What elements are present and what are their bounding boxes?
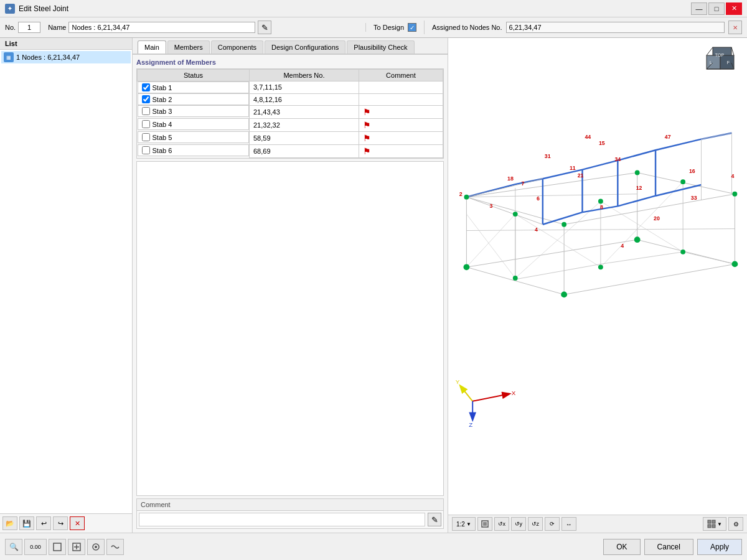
stab-label: Stab 4 <box>153 121 172 128</box>
maximize-button[interactable]: □ <box>708 2 725 15</box>
svg-line-90 <box>472 394 509 401</box>
svg-line-30 <box>466 194 637 197</box>
assigned-input[interactable] <box>506 22 725 33</box>
tab-design-configurations[interactable]: Design Configurations <box>265 40 345 54</box>
tab-main[interactable]: Main <box>138 40 166 54</box>
stab-checkbox[interactable] <box>142 146 150 154</box>
svg-line-45 <box>466 197 542 225</box>
svg-text:11: 11 <box>570 165 576 171</box>
search-button[interactable]: 🔍 <box>5 539 22 555</box>
name-input[interactable] <box>68 22 255 33</box>
assigned-clear-button[interactable]: ✕ <box>728 21 742 34</box>
svg-text:47: 47 <box>665 134 671 140</box>
stab-checkbox[interactable] <box>142 83 150 91</box>
rotate-z-button[interactable]: ↺z <box>528 517 543 531</box>
main-container: No. 1 Name ✎ To Design ✓ Assigned to Nod… <box>0 17 747 560</box>
add-mode-button[interactable] <box>68 539 85 555</box>
zoom-display[interactable]: 1:2 ▼ <box>452 517 476 531</box>
undo-button[interactable]: ↩ <box>36 516 51 530</box>
error-icon: ⚑ <box>363 133 371 143</box>
name-edit-button[interactable]: ✎ <box>258 21 271 34</box>
svg-line-4 <box>731 47 734 55</box>
cancel-button[interactable]: Cancel <box>644 539 693 555</box>
svg-text:21: 21 <box>578 172 584 179</box>
rotate-all-button[interactable]: ⟳ <box>545 517 560 531</box>
members-table: Status Members No. Comment Stab 13,7,11,… <box>137 69 443 158</box>
svg-line-36 <box>601 202 683 252</box>
svg-point-57 <box>634 236 641 243</box>
error-icon: ⚑ <box>363 146 371 156</box>
stab-checkbox[interactable] <box>142 95 150 103</box>
stab-label: Stab 3 <box>153 108 172 115</box>
title-bar-title: Edit Steel Joint <box>19 4 68 13</box>
title-bar-left: ✦ Edit Steel Joint <box>5 4 68 14</box>
pan-button[interactable]: ↔ <box>561 517 576 531</box>
open-button[interactable]: 📂 <box>2 516 17 530</box>
svg-text:6: 6 <box>537 195 540 202</box>
delete-button[interactable]: ✕ <box>70 516 85 530</box>
svg-text:44: 44 <box>585 134 591 140</box>
svg-point-55 <box>561 291 567 297</box>
right-panel: TOP L F <box>448 38 747 533</box>
bottom-tools: 🔍 0.00 <box>5 539 124 555</box>
rotate-z-icon: ↺z <box>532 521 540 527</box>
rotate-x-icon: ↺x <box>498 521 506 527</box>
comment-cell: ⚑ <box>359 118 443 131</box>
to-design-checkbox[interactable]: ✓ <box>408 23 416 32</box>
svg-point-60 <box>732 192 737 197</box>
list-item-icon: ▦ <box>4 52 14 62</box>
coordinate-button[interactable]: 0.00 <box>24 539 47 555</box>
title-bar-controls: — □ ✕ <box>691 2 742 15</box>
tab-members[interactable]: Members <box>167 40 210 54</box>
svg-point-65 <box>513 212 518 217</box>
tab-components[interactable]: Components <box>211 40 263 54</box>
comment-input[interactable] <box>139 513 425 526</box>
comment-label: Comment <box>137 499 443 511</box>
settings-button[interactable]: ⚙ <box>728 517 743 531</box>
view-mode-button[interactable] <box>87 539 105 555</box>
stab-checkbox[interactable] <box>142 120 150 128</box>
svg-line-17 <box>466 240 637 267</box>
view-options-button[interactable]: ▼ <box>703 517 726 531</box>
list-item[interactable]: ▦ 1 Nodes : 6,21,34,47 <box>1 51 131 63</box>
svg-line-34 <box>515 214 601 267</box>
no-input[interactable]: 1 <box>18 22 40 33</box>
stab-checkbox[interactable] <box>142 107 150 115</box>
status-cell: Stab 5 <box>138 131 250 143</box>
app-icon: ✦ <box>5 4 15 14</box>
svg-text:8: 8 <box>600 204 603 210</box>
svg-line-32 <box>466 214 515 278</box>
rotate-y-button[interactable]: ↺y <box>511 517 526 531</box>
close-button[interactable]: ✕ <box>726 2 742 15</box>
stab-checkbox[interactable] <box>142 133 150 141</box>
viewport-toolbar: 1:2 ▼ ↺x ↺y ↺z ⟳ ↔ <box>448 515 747 533</box>
error-icon: ⚑ <box>363 120 371 130</box>
tab-plausibility-check[interactable]: Plausibility Check <box>347 40 414 54</box>
comment-edit-button[interactable]: ✎ <box>428 513 441 526</box>
title-bar: ✦ Edit Steel Joint — □ ✕ <box>0 0 747 17</box>
redo-button[interactable]: ↪ <box>53 516 68 530</box>
comment-section: Comment ✎ <box>136 498 444 529</box>
rotate-x-button[interactable]: ↺x <box>494 517 509 531</box>
svg-rect-95 <box>483 522 487 526</box>
ok-button[interactable]: OK <box>603 539 640 555</box>
wave-button[interactable] <box>106 539 124 555</box>
save-button[interactable]: 💾 <box>19 516 34 530</box>
apply-button[interactable]: Apply <box>697 539 742 555</box>
render-mode-button[interactable] <box>477 517 492 531</box>
svg-text:33: 33 <box>691 195 697 201</box>
svg-point-67 <box>680 179 685 184</box>
svg-text:4: 4 <box>535 226 538 233</box>
empty-area <box>136 161 444 497</box>
left-panel: List ▦ 1 Nodes : 6,21,34,47 📂 💾 ↩ ↪ ✕ <box>0 38 133 533</box>
svg-point-64 <box>680 250 685 254</box>
to-design-label: To Design <box>374 24 404 31</box>
structure-viewport: 2 3 4 4 6 7 8 11 12 15 16 18 20 21 31 33 <box>448 38 747 515</box>
svg-rect-97 <box>712 520 715 523</box>
svg-line-15 <box>564 264 735 294</box>
minimize-button[interactable]: — <box>691 2 707 15</box>
select-mode-button[interactable] <box>49 539 66 555</box>
comment-cell <box>359 93 443 105</box>
table-row: Stab 668,69⚑ <box>138 144 443 157</box>
svg-line-53 <box>683 252 735 264</box>
